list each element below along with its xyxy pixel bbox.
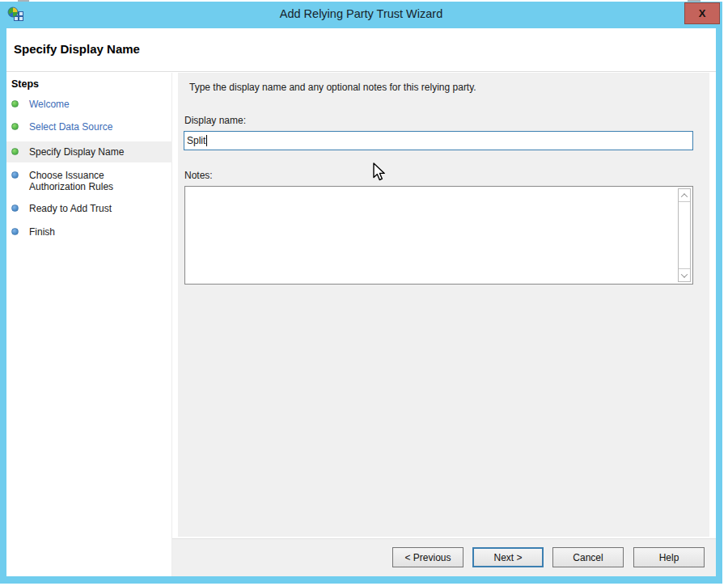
step-todo-icon [11,228,19,235]
display-name-value: Split [187,135,205,146]
display-name-input[interactable]: Split [184,131,693,150]
cancel-button[interactable]: Cancel [552,547,624,567]
sidebar-item-choose-issuance-authorization-rules: Choose Issuance Authorization Rules [6,167,172,195]
scroll-up-button[interactable] [679,189,690,202]
wizard-dialog: Add Relying Party Trust Wizard X Specify… [0,2,722,584]
step-label: Select Data Source [29,121,112,133]
help-button[interactable]: Help [633,547,705,567]
sidebar-item-finish: Finish [6,224,172,240]
sidebar-item-ready-to-add-trust: Ready to Add Trust [6,200,172,217]
step-label: Welcome [29,99,70,110]
notes-scrollbar[interactable] [678,188,691,282]
steps-heading: Steps [11,78,39,90]
title-bar[interactable]: Add Relying Party Trust Wizard X [0,2,722,28]
step-todo-icon [11,171,19,179]
previous-button[interactable]: < Previous [392,547,463,567]
content-panel: Type the display name and any optional n… [178,73,709,537]
notes-textarea[interactable] [184,186,693,285]
display-name-label: Display name: [184,115,246,126]
next-button[interactable]: Next > [472,547,544,567]
window-title: Add Relying Party Trust Wizard [0,7,722,20]
steps-sidebar: Steps Welcome Select Data Source Specify… [6,73,172,576]
page-header: Specify Display Name [6,28,716,72]
text-caret [206,135,207,146]
step-done-icon [11,100,19,108]
dialog-body: Specify Display Name Steps Welcome Selec… [6,28,716,576]
step-todo-icon [11,204,19,212]
chevron-up-icon [681,193,688,200]
step-label: Ready to Add Trust [29,203,112,214]
close-button[interactable]: X [684,2,720,24]
sidebar-item-select-data-source[interactable]: Select Data Source [6,119,172,135]
step-done-icon [11,148,19,155]
page-title: Specify Display Name [14,42,140,56]
step-done-icon [11,123,19,130]
chevron-down-icon [681,271,688,277]
sidebar-item-welcome[interactable]: Welcome [6,96,172,112]
step-label: Finish [29,226,55,238]
step-label: Choose Issuance Authorization Rules [29,170,134,192]
button-bar: < Previous Next > Cancel Help [172,538,716,576]
step-label: Specify Display Name [29,146,124,158]
step-description: Type the display name and any optional n… [189,82,476,93]
scroll-down-button[interactable] [679,268,690,281]
sidebar-item-specify-display-name[interactable]: Specify Display Name [6,141,172,162]
notes-label: Notes: [184,170,213,181]
